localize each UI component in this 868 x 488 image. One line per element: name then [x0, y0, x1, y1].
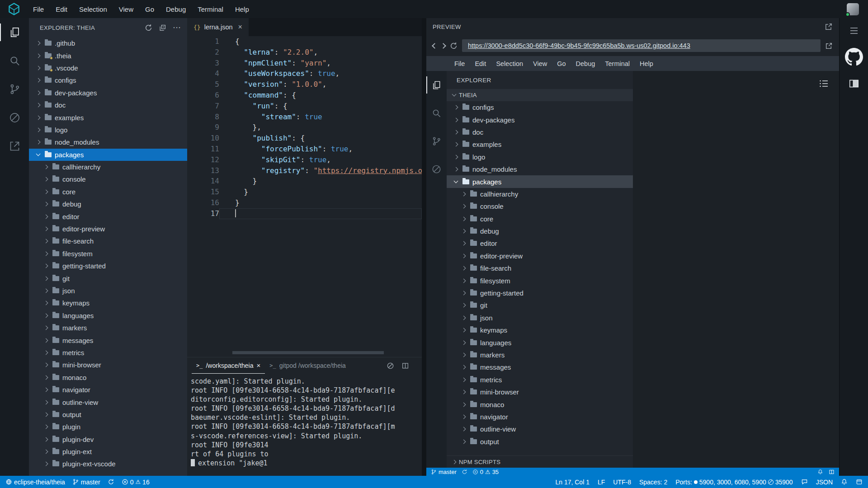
preview-activity-search-button[interactable] — [426, 99, 447, 127]
preview-tree-item-markers[interactable]: markers — [447, 349, 633, 361]
tree-item-markers[interactable]: markers — [29, 322, 187, 334]
preview-tree-item-json[interactable]: json — [447, 312, 633, 324]
tree-item-node_modules[interactable]: node_modules — [29, 136, 187, 148]
tree-item-editor[interactable]: editor — [29, 210, 187, 222]
collapse-all-icon[interactable] — [159, 24, 166, 32]
list-icon[interactable] — [818, 78, 829, 89]
tree-item-git[interactable]: git — [29, 272, 187, 284]
window-icon[interactable] — [856, 479, 863, 485]
tree-item-plugin-ext-vscode[interactable]: plugin-ext-vscode — [29, 458, 187, 470]
eol-status[interactable]: LF — [598, 479, 605, 486]
preview-tree-item-navigator[interactable]: navigator — [447, 411, 633, 423]
language-mode-status[interactable]: JSON — [816, 479, 833, 486]
layout-icon[interactable] — [848, 78, 860, 89]
preview-menu-item-edit[interactable]: Edit — [470, 56, 491, 71]
activity-explorer-button[interactable] — [0, 18, 29, 47]
external-link-icon[interactable] — [825, 42, 833, 50]
preview-activity-blocked-button[interactable] — [426, 155, 447, 183]
back-icon[interactable] — [432, 43, 438, 49]
refresh-explorer-icon[interactable] — [145, 24, 152, 32]
forward-icon[interactable] — [440, 43, 446, 49]
tree-item-plugin-ext[interactable]: plugin-ext — [29, 446, 187, 458]
tree-item-languages[interactable]: languages — [29, 310, 187, 322]
preview-tree-item-filesystem[interactable]: filesystem — [447, 274, 633, 286]
more-actions-icon[interactable]: ⋯ — [173, 25, 181, 30]
menu-item-help[interactable]: Help — [229, 0, 255, 18]
preview-tree-item-outline-view[interactable]: outline-view — [447, 423, 633, 435]
activity-search-button[interactable] — [0, 47, 29, 75]
tree-item-plugin[interactable]: plugin — [29, 421, 187, 433]
bell-icon[interactable] — [817, 469, 823, 475]
tree-item-.github[interactable]: .github — [29, 37, 187, 49]
menu-item-selection[interactable]: Selection — [73, 0, 113, 18]
preview-menu-item-debug[interactable]: Debug — [571, 56, 600, 71]
preview-tree-item-file-search[interactable]: file-search — [447, 262, 633, 274]
clear-terminal-icon[interactable] — [387, 362, 394, 370]
preview-tree-item-metrics[interactable]: metrics — [447, 374, 633, 386]
user-avatar[interactable] — [847, 3, 859, 15]
preview-activity-explorer-button[interactable] — [426, 71, 447, 99]
preview-tree-item-callhierarchy[interactable]: callhierarchy — [447, 188, 633, 200]
menu-item-edit[interactable]: Edit — [50, 0, 73, 18]
preview-problems-status[interactable]: 0 ⚠ 35 — [472, 469, 499, 475]
menu-item-file[interactable]: File — [27, 0, 50, 18]
feedback-icon[interactable] — [801, 479, 808, 485]
reload-icon[interactable] — [450, 42, 458, 50]
preview-tree-item-editor[interactable]: editor — [447, 237, 633, 249]
tree-item-configs[interactable]: configs — [29, 74, 187, 86]
menu-item-go[interactable]: Go — [139, 0, 160, 18]
tree-item-output[interactable]: output — [29, 408, 187, 421]
tree-item-console[interactable]: console — [29, 173, 187, 185]
tree-item-.vscode[interactable]: .vscode — [29, 62, 187, 74]
bell-icon[interactable] — [841, 479, 848, 485]
activity-open-external-button[interactable] — [0, 132, 29, 160]
tree-item-doc[interactable]: doc — [29, 99, 187, 111]
preview-menu-item-view[interactable]: View — [528, 56, 552, 71]
tree-item-examples[interactable]: examples — [29, 111, 187, 123]
tree-item-metrics[interactable]: metrics — [29, 347, 187, 359]
preview-tree-item-logo[interactable]: logo — [447, 151, 633, 163]
preview-tree-item-examples[interactable]: examples — [447, 138, 633, 150]
preview-menu-item-file[interactable]: File — [449, 56, 470, 71]
tree-item-outline-view[interactable]: outline-view — [29, 396, 187, 408]
tree-item-editor-preview[interactable]: editor-preview — [29, 223, 187, 235]
preview-workspace-root[interactable]: THEIA — [447, 89, 633, 101]
tree-item-core[interactable]: core — [29, 186, 187, 198]
preview-tree-item-console[interactable]: console — [447, 200, 633, 212]
preview-tree-item-monaco[interactable]: monaco — [447, 398, 633, 410]
menu-item-debug[interactable]: Debug — [160, 0, 192, 18]
menu-item-view[interactable]: View — [113, 0, 139, 18]
preview-menu-item-go[interactable]: Go — [552, 56, 571, 71]
close-icon[interactable]: × — [238, 23, 242, 31]
preview-tree-item-packages[interactable]: packages — [447, 175, 633, 188]
tree-item-packages[interactable]: packages — [29, 149, 187, 161]
close-icon[interactable]: × — [257, 361, 261, 369]
tree-item-mini-browser[interactable]: mini-browser — [29, 359, 187, 371]
tree-item-navigator[interactable]: navigator — [29, 384, 187, 396]
preview-sync-status[interactable] — [462, 469, 467, 475]
panel-splitter[interactable] — [422, 18, 426, 476]
tree-item-debug[interactable]: debug — [29, 198, 187, 210]
tree-item-dev-packages[interactable]: dev-packages — [29, 87, 187, 99]
menu-item-terminal[interactable]: Terminal — [192, 0, 229, 18]
tree-item-getting-started[interactable]: getting-started — [29, 260, 187, 272]
preview-menu-item-selection[interactable]: Selection — [491, 56, 528, 71]
preview-tree-item-git[interactable]: git — [447, 299, 633, 311]
tree-item-filesystem[interactable]: filesystem — [29, 248, 187, 260]
open-in-new-window-icon[interactable] — [825, 23, 833, 31]
preview-tree-item-doc[interactable]: doc — [447, 126, 633, 138]
problems-status[interactable]: 0 ⚠ 16 — [122, 479, 150, 486]
npm-scripts-section[interactable]: NPM SCRIPTS — [447, 455, 633, 468]
preview-tree-item-getting-started[interactable]: getting-started — [447, 287, 633, 299]
terminal-output[interactable]: scode.yaml]: Started plugin.root INFO [0… — [187, 374, 422, 476]
preview-tree-item-languages[interactable]: languages — [447, 336, 633, 348]
preview-menu-item-help[interactable]: Help — [635, 56, 658, 71]
preview-tree-item-configs[interactable]: configs — [447, 101, 633, 113]
preview-activity-source-control-button[interactable] — [426, 127, 447, 155]
encoding-status[interactable]: UTF-8 — [613, 479, 631, 486]
ports-status[interactable]: Ports: 5900, 3000, 6080, 5900 35900 — [675, 479, 793, 486]
tree-item-keymaps[interactable]: keymaps — [29, 297, 187, 309]
editor-tab-lerna-json[interactable]: {} lerna.json × — [187, 18, 249, 36]
activity-source-control-button[interactable] — [0, 75, 29, 103]
tree-item-logo[interactable]: logo — [29, 124, 187, 136]
